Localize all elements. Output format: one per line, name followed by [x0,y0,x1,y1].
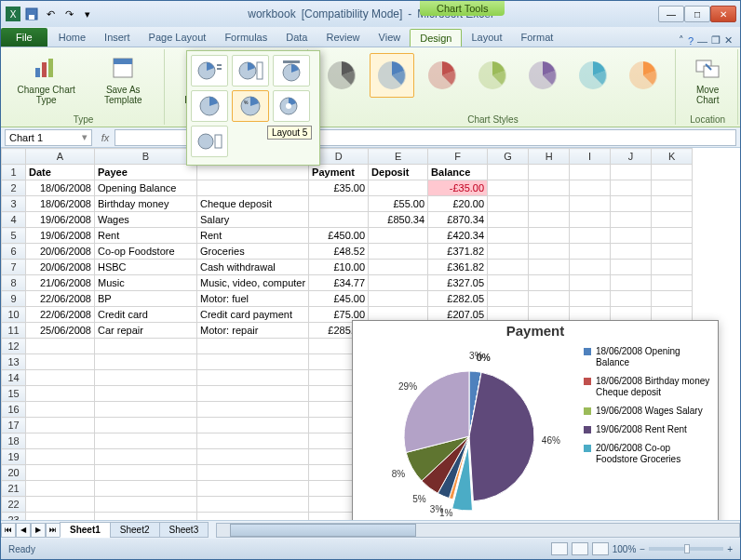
col-header-I[interactable]: I [570,149,611,165]
help-icon[interactable]: ? [688,35,694,47]
cell-J3[interactable] [611,196,652,212]
row-header-19[interactable]: 19 [2,449,26,465]
cell-H5[interactable] [529,228,570,244]
row-header-7[interactable]: 7 [2,260,26,275]
cell-E7[interactable] [369,260,428,275]
cell-I8[interactable] [570,275,611,291]
sheet-tab-sheet1[interactable]: Sheet1 [60,522,111,538]
chart-style-7[interactable] [621,53,666,98]
cell-C11[interactable]: Motor: repair [197,323,309,339]
excel-icon[interactable]: X [5,6,21,22]
cell-A18[interactable] [26,433,95,449]
cell-B16[interactable] [95,402,197,418]
minimize-button[interactable]: — [658,6,684,22]
cell-C20[interactable] [197,465,309,481]
col-header-A[interactable]: A [26,149,95,165]
cell-A13[interactable] [26,354,95,370]
cell-A4[interactable]: 19/06/2008 [26,212,95,228]
cell-B18[interactable] [95,433,197,449]
cell-I2[interactable] [570,180,611,196]
tab-home[interactable]: Home [49,29,95,47]
cell-K4[interactable] [652,212,693,228]
row-header-17[interactable]: 17 [2,418,26,433]
chart-style-5[interactable] [520,53,565,98]
sheet-tab-sheet3[interactable]: Sheet3 [159,522,209,538]
move-chart-button[interactable]: Move Chart [683,51,732,107]
cell-A11[interactable]: 25/06/2008 [26,323,95,339]
cell-E3[interactable]: £55.00 [369,196,428,212]
col-header-F[interactable]: F [428,149,488,165]
layout-5[interactable]: % [232,90,269,122]
layout-6[interactable] [273,90,310,122]
cell-C14[interactable] [197,370,309,386]
cell-G3[interactable] [488,196,529,212]
fx-icon[interactable]: fx [96,132,115,143]
view-normal-icon[interactable] [551,542,568,555]
cell-K2[interactable] [652,180,693,196]
legend-item-2[interactable]: 19/06/2008 Wages Salary [584,406,712,417]
cell-B20[interactable] [95,465,197,481]
cell-K7[interactable] [652,260,693,275]
cell-A17[interactable] [26,418,95,433]
chart-style-1[interactable] [319,53,364,98]
cell-D5[interactable]: £450.00 [309,228,369,244]
tab-nav-first[interactable]: ⏮ [1,523,16,538]
cell-C12[interactable] [197,339,309,354]
cell-J4[interactable] [611,212,652,228]
row-header-9[interactable]: 9 [2,291,26,307]
cell-B7[interactable]: HSBC [95,260,197,275]
cell-A5[interactable]: 19/06/2008 [26,228,95,244]
col-header-E[interactable]: E [369,149,428,165]
cell-H4[interactable] [529,212,570,228]
cell-B12[interactable] [95,339,197,354]
cell-B19[interactable] [95,449,197,465]
tab-page-layout[interactable]: Page Layout [140,29,216,47]
cell-I6[interactable] [570,244,611,260]
cell-K9[interactable] [652,291,693,307]
cell-F9[interactable]: £282.05 [428,291,488,307]
cell-E9[interactable] [369,291,428,307]
cell-F6[interactable]: £371.82 [428,244,488,260]
pie-slice-3[interactable] [469,372,534,501]
cell-G2[interactable] [488,180,529,196]
chart-style-2[interactable] [370,53,414,98]
cell-G5[interactable] [488,228,529,244]
layout-3[interactable] [273,55,310,87]
zoom-in-icon[interactable]: + [727,544,733,554]
row-header-4[interactable]: 4 [2,212,26,228]
cell-D8[interactable]: £34.77 [309,275,369,291]
doc-close-icon[interactable]: ✕ [724,34,733,47]
tab-data[interactable]: Data [276,29,317,47]
cell-I9[interactable] [570,291,611,307]
cell-C17[interactable] [197,418,309,433]
col-header-K[interactable]: K [652,149,693,165]
layout-4[interactable] [191,90,228,122]
close-button[interactable]: ✕ [710,6,736,22]
cell-B13[interactable] [95,354,197,370]
row-header-1[interactable]: 1 [2,165,26,180]
cell-C23[interactable] [197,513,309,521]
row-header-10[interactable]: 10 [2,307,26,323]
tab-view[interactable]: View [370,29,411,47]
cell-C9[interactable]: Motor: fuel [197,291,309,307]
cell-D4[interactable] [309,212,369,228]
row-header-13[interactable]: 13 [2,354,26,370]
cell-C7[interactable]: Cash withdrawal [197,260,309,275]
cell-H2[interactable] [529,180,570,196]
cell-D2[interactable]: £35.00 [309,180,369,196]
legend-item-1[interactable]: 18/06/2008 Birthday money Cheque deposit [584,376,712,398]
cell-F5[interactable]: £420.34 [428,228,488,244]
cell-F7[interactable]: £361.82 [428,260,488,275]
cell-C13[interactable] [197,354,309,370]
col-header-G[interactable]: G [488,149,529,165]
chart-plot-area[interactable]: 3%0%0%46%5%1%3%5%8%29% [353,339,578,520]
tab-review[interactable]: Review [317,29,369,47]
cell-H1[interactable] [529,165,570,180]
cell-G1[interactable] [488,165,529,180]
cell-F2[interactable]: -£35.00 [428,180,488,196]
cell-I1[interactable] [570,165,611,180]
cell-C4[interactable]: Salary [197,212,309,228]
cell-H8[interactable] [529,275,570,291]
row-header-12[interactable]: 12 [2,339,26,354]
legend-item-4[interactable]: 20/06/2008 Co-op Foodstore Groceries [584,443,712,465]
